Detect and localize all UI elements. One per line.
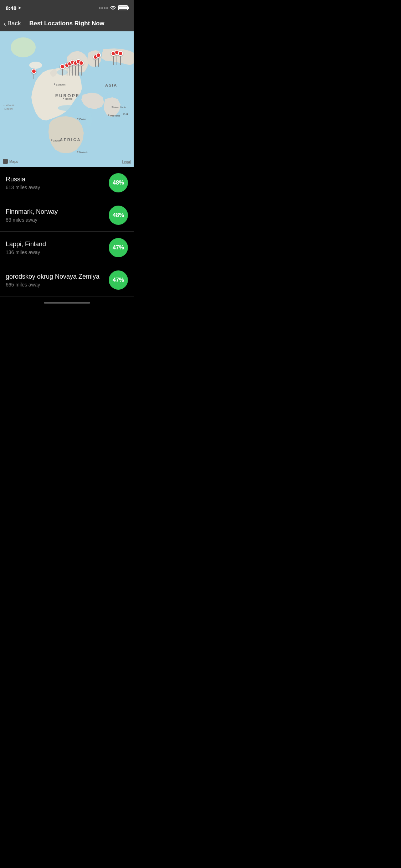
svg-text:Ocean: Ocean [4,107,13,110]
svg-point-19 [51,139,52,141]
list-item[interactable]: gorodskoy okrug Novaya Zemlya 665 miles … [0,264,134,296]
list-item[interactable]: Finnmark, Norway 83 miles away 48% [0,199,134,232]
wifi-icon [110,5,116,11]
list-item-text: Lappi, Finland 136 miles away [6,241,109,255]
location-list: Russia 613 miles away 48% Finnmark, Norw… [0,167,134,296]
map-view[interactable]: EUROPE ASIA AFRICA h Atlantic Ocean Lond… [0,31,134,167]
svg-point-2 [29,62,42,69]
location-name: Lappi, Finland [6,241,109,248]
map-pin [118,51,123,65]
location-name: Finnmark, Norway [6,208,109,216]
status-bar: 8:48 ➤ [0,0,134,16]
back-label: Back [7,20,21,27]
svg-point-15 [63,98,64,99]
svg-text:London: London [56,83,66,86]
svg-text:Mumbai: Mumbai [110,114,120,117]
location-distance: 613 miles away [6,185,109,190]
svg-point-7 [103,86,108,97]
svg-point-13 [54,83,55,85]
signal-icon [99,7,108,9]
page-title: Best Locations Right Now [29,20,104,27]
back-button[interactable]: ‹ Back [4,20,21,27]
svg-text:Cairo: Cairo [79,118,86,121]
status-time: 8:48 [6,5,16,11]
svg-text:Rome: Rome [65,97,73,100]
map-pin [60,64,65,76]
list-item-text: Finnmark, Norway 83 miles away [6,208,109,223]
svg-point-3 [58,105,78,111]
percentage-badge: 47% [109,270,128,290]
percentage-badge: 48% [109,173,128,192]
location-arrow-icon: ➤ [18,5,21,10]
back-chevron-icon: ‹ [4,20,6,27]
svg-point-25 [108,114,109,116]
svg-text:h Atlantic: h Atlantic [4,104,15,107]
percentage-badge: 47% [109,238,128,257]
map-pin [79,61,84,76]
battery-icon [118,5,128,10]
location-distance: 665 miles away [6,282,109,288]
svg-text:Nairobi: Nairobi [79,151,88,154]
location-distance: 83 miles away [6,217,109,223]
location-distance: 136 miles away [6,249,109,255]
svg-point-17 [77,118,78,119]
home-bar [44,302,90,304]
list-item[interactable]: Russia 613 miles away 48% [0,167,134,199]
svg-point-1 [11,37,36,57]
list-item-text: Russia 613 miles away [6,176,109,190]
map-pin [96,53,101,67]
svg-text:Lagos: Lagos [53,139,61,142]
maps-logo: Maps [3,159,18,164]
legal-link[interactable]: Legal [122,160,131,164]
svg-text:ASIA: ASIA [105,83,117,87]
home-indicator [0,296,134,309]
location-name: Russia [6,176,109,183]
svg-point-21 [77,151,78,153]
svg-point-23 [112,106,113,108]
list-item[interactable]: Lappi, Finland 136 miles away 47% [0,232,134,264]
status-left: 8:48 ➤ [6,5,21,11]
svg-text:Kolk: Kolk [123,113,129,116]
list-item-text: gorodskoy okrug Novaya Zemlya 665 miles … [6,273,109,288]
map-pin [31,69,36,79]
percentage-badge: 48% [109,206,128,225]
svg-point-6 [86,113,92,127]
svg-text:AFRICA: AFRICA [60,138,81,142]
location-name: gorodskoy okrug Novaya Zemlya [6,273,109,280]
svg-text:New Delhi: New Delhi [113,106,127,109]
svg-rect-28 [3,159,8,164]
nav-bar: ‹ Back Best Locations Right Now [0,16,134,31]
status-right [99,5,128,11]
